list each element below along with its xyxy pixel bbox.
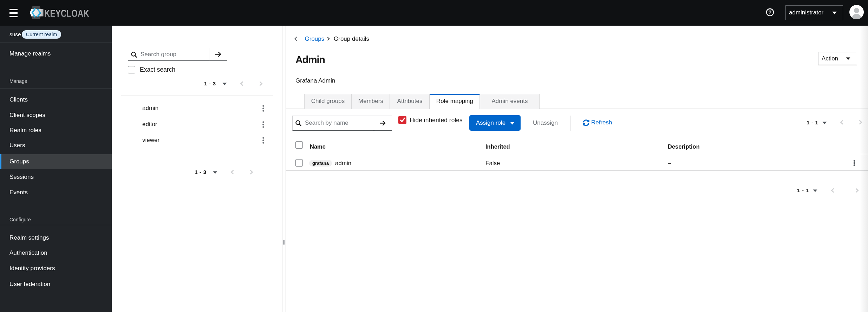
svg-text:KEYCLOAK: KEYCLOAK xyxy=(44,8,89,19)
svg-text:?: ? xyxy=(769,9,772,15)
